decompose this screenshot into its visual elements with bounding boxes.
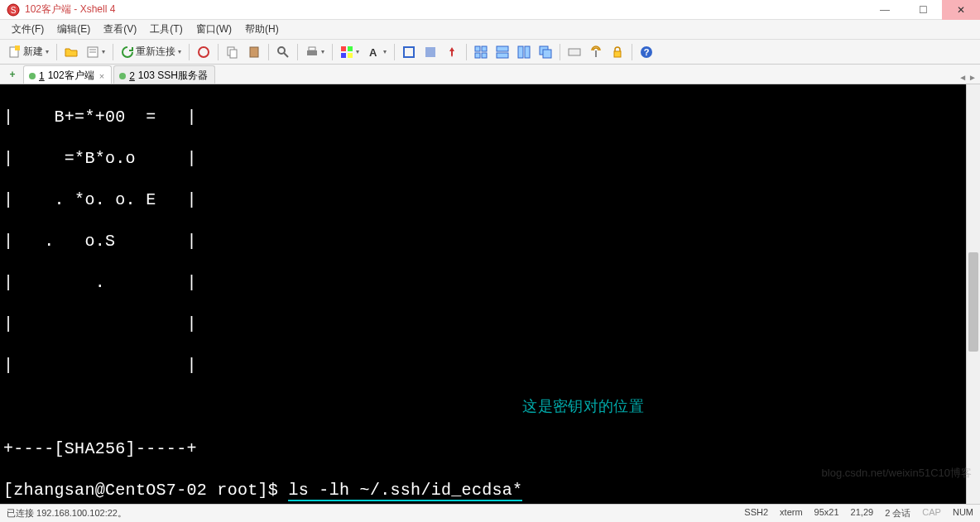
maximize-button[interactable]: ☐: [904, 0, 942, 20]
new-label: 新建: [23, 45, 43, 59]
svg-text:S: S: [11, 6, 17, 15]
cascade-button[interactable]: [536, 44, 555, 60]
svg-rect-26: [497, 46, 508, 51]
separator: [56, 44, 57, 60]
broadcast-button[interactable]: [586, 44, 606, 60]
fullscreen-button[interactable]: [399, 44, 419, 60]
title-bar: S 102客户端 - Xshell 4 — ☐ ✕: [0, 0, 980, 20]
terminal-line: | |: [3, 355, 963, 376]
terminal-line: | . o.S |: [3, 231, 963, 251]
copy-icon: [226, 45, 239, 59]
tab-number: 1: [39, 70, 45, 82]
disconnect-button[interactable]: [194, 44, 214, 60]
help-button[interactable]: ?: [637, 44, 656, 60]
terminal-line: | . *o. o. E |: [3, 189, 963, 210]
status-num: NUM: [953, 507, 973, 520]
find-icon: [276, 45, 290, 59]
menu-tools[interactable]: 工具(T): [145, 21, 187, 38]
close-button[interactable]: ✕: [942, 0, 980, 20]
lock-button[interactable]: [608, 44, 627, 60]
transparency-button[interactable]: [420, 44, 440, 60]
lock-icon: [611, 45, 624, 59]
svg-rect-13: [307, 50, 317, 55]
tab-close-icon[interactable]: ×: [99, 71, 104, 81]
broadcast-icon: [589, 45, 603, 59]
svg-point-11: [278, 47, 285, 54]
terminal-line: 这是密钥对的位置: [3, 396, 963, 418]
terminal-line: | =*B*o.o |: [3, 148, 963, 169]
status-protocol: SSH2: [744, 507, 768, 520]
tile-v-icon: [517, 45, 531, 59]
tab-102-client[interactable]: 1 102客户端 ×: [23, 65, 112, 84]
separator: [394, 44, 395, 60]
separator: [560, 44, 560, 60]
terminal-container: | B+=*+00 = | | =*B*o.o | | . *o. o. E |…: [0, 84, 980, 504]
terminal-line: | B+=*+00 = |: [3, 107, 963, 127]
status-caps: CAP: [922, 507, 941, 520]
svg-rect-27: [497, 53, 508, 58]
cascade-icon: [539, 45, 552, 59]
menu-edit[interactable]: 编辑(E): [52, 21, 95, 38]
svg-rect-20: [404, 47, 414, 57]
paste-button[interactable]: [244, 44, 264, 60]
status-term-type: xterm: [780, 507, 803, 520]
ontop-button[interactable]: [442, 44, 462, 60]
add-tab-button[interactable]: +: [5, 67, 20, 82]
menu-file[interactable]: 文件(F): [7, 21, 49, 38]
properties-icon: [86, 45, 99, 59]
svg-rect-29: [525, 46, 530, 58]
svg-rect-25: [482, 53, 487, 58]
find-button[interactable]: [273, 44, 293, 60]
separator: [632, 44, 632, 60]
svg-line-12: [284, 53, 288, 57]
status-connection: 已连接 192.168.100.102:22。: [7, 507, 127, 520]
terminal[interactable]: | B+=*+00 = | | =*B*o.o | | . *o. o. E |…: [0, 84, 966, 504]
svg-rect-17: [341, 53, 346, 58]
open-button[interactable]: [61, 44, 81, 60]
window-title: 102客户端 - Xshell 4: [25, 2, 115, 17]
toolbar: 新建▾ ▾ 重新连接▾ ▾ ▾ A▾ ?: [0, 40, 980, 65]
status-sessions: 2 会话: [885, 507, 910, 520]
menu-bar: 文件(F) 编辑(E) 查看(V) 工具(T) 窗口(W) 帮助(H): [0, 20, 980, 40]
menu-help[interactable]: 帮助(H): [240, 21, 284, 38]
scrollbar[interactable]: [966, 84, 980, 504]
keymap-icon: [568, 45, 581, 59]
dropdown-icon: ▾: [46, 48, 49, 55]
separator: [218, 44, 219, 60]
tile-button[interactable]: [471, 44, 491, 60]
reconnect-button[interactable]: 重新连接▾: [118, 43, 185, 60]
font-button[interactable]: A▾: [364, 44, 390, 60]
menu-view[interactable]: 查看(V): [98, 21, 142, 38]
terminal-line: +----[SHA256]-----+: [3, 438, 963, 459]
scrollbar-thumb[interactable]: [968, 252, 978, 352]
separator: [297, 44, 298, 60]
tab-prev-icon[interactable]: ◄: [958, 73, 967, 82]
help-icon: ?: [640, 45, 653, 59]
tab-next-icon[interactable]: ►: [968, 73, 977, 82]
paste-icon: [247, 45, 261, 59]
new-button[interactable]: 新建▾: [5, 43, 52, 60]
color-icon: [340, 45, 353, 59]
properties-button[interactable]: ▾: [83, 44, 108, 60]
status-dot-icon: [29, 73, 36, 79]
folder-icon: [65, 45, 78, 59]
pin-icon: [445, 45, 459, 59]
copy-button[interactable]: [223, 44, 243, 60]
svg-rect-9: [230, 50, 237, 58]
svg-rect-23: [482, 46, 487, 51]
fullscreen-icon: [402, 45, 416, 59]
new-icon: [8, 45, 22, 59]
separator: [332, 44, 333, 60]
keymap-button[interactable]: [564, 44, 584, 60]
color-button[interactable]: ▾: [337, 44, 363, 60]
tile-v-button[interactable]: [514, 44, 534, 60]
print-button[interactable]: ▾: [302, 44, 328, 60]
svg-rect-18: [348, 53, 353, 58]
tile-h-button[interactable]: [492, 44, 512, 60]
svg-point-7: [199, 47, 209, 57]
tab-103-ssh-server[interactable]: 2 103 SSH服务器: [113, 65, 215, 84]
separator: [113, 44, 113, 60]
minimize-button[interactable]: —: [866, 0, 904, 20]
svg-rect-33: [595, 50, 597, 57]
menu-window[interactable]: 窗口(W): [191, 21, 237, 38]
